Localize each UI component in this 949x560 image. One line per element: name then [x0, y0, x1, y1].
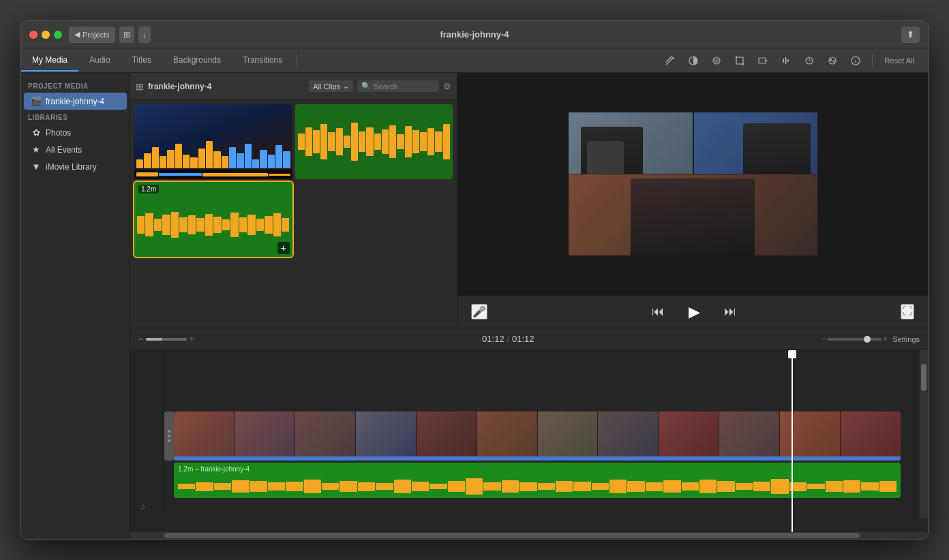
color-balance-icon[interactable] [684, 51, 703, 70]
color-correction-icon[interactable] [707, 51, 726, 70]
microphone-button[interactable]: 🎤 [471, 304, 487, 320]
timeline-right-controls: − + Settings [822, 335, 920, 343]
media-clip-2[interactable] [295, 104, 453, 179]
svg-point-17 [832, 60, 834, 62]
skip-forward-button[interactable]: ⏭ [720, 302, 740, 322]
clip-filter-icon[interactable] [823, 51, 842, 70]
scroll-thumb[interactable] [921, 364, 927, 391]
svg-marker-10 [766, 59, 768, 62]
magic-wand-icon[interactable] [661, 51, 680, 70]
grid-view-button[interactable]: ⊞ [119, 27, 134, 43]
timeline-scrollbar-thumb[interactable] [164, 533, 860, 538]
media-browser-title: frankie-johnny-4 [148, 82, 211, 91]
timeline-area: − + 01:12 / 01:12 − [130, 328, 928, 539]
traffic-lights [29, 31, 62, 39]
share-button[interactable]: ⬆ [901, 27, 920, 43]
toolbar-divider [872, 54, 873, 67]
down-button[interactable]: ↓ [138, 27, 151, 43]
grid-icon: ⊞ [123, 30, 130, 40]
svg-point-5 [714, 59, 719, 63]
svg-point-15 [829, 57, 836, 64]
maximize-button[interactable] [54, 31, 62, 39]
timeline-scroll-area[interactable]: ♪ [130, 350, 928, 532]
main-content: PROJECT MEDIA 🎬 frankie-johnny-4 LIBRARI… [21, 73, 928, 539]
media-browser: ⊞ frankie-johnny-4 All Clips ⌄ 🔍 ⚙ [130, 73, 457, 328]
sidebar: PROJECT MEDIA 🎬 frankie-johnny-4 LIBRARI… [21, 73, 130, 539]
timeline-scrollbar[interactable] [130, 532, 928, 539]
sidebar-item-project[interactable]: 🎬 frankie-johnny-4 [24, 93, 127, 110]
svg-rect-11 [783, 59, 784, 63]
sidebar-item-all-events[interactable]: ★ All Events [24, 141, 127, 158]
timeline-settings-button[interactable]: Settings [892, 335, 920, 343]
sidebar-item-imovie-library[interactable]: ▼ iMovie Library [24, 158, 127, 175]
timecode-display: 01:12 / 01:12 [482, 334, 534, 344]
title-bar-left: ◀ Projects ⊞ ↓ [69, 27, 151, 43]
playhead[interactable] [792, 350, 793, 532]
speed-icon[interactable] [800, 51, 819, 70]
sidebar-item-photos[interactable]: ✿ Photos [24, 124, 127, 141]
project-media-label: PROJECT MEDIA [21, 78, 130, 93]
play-button[interactable]: ▶ [682, 300, 706, 324]
media-grid: 1.2m [130, 100, 457, 261]
fullscreen-button[interactable] [901, 304, 914, 320]
media-header: ⊞ frankie-johnny-4 All Clips ⌄ 🔍 ⚙ [130, 73, 457, 100]
reset-all-button[interactable]: Reset All [879, 54, 920, 67]
vertical-scrollbar[interactable] [920, 350, 928, 518]
svg-line-1 [666, 57, 672, 62]
add-clip-button[interactable]: + [277, 242, 290, 254]
tab-titles[interactable]: Titles [121, 50, 162, 72]
svg-rect-12 [785, 57, 786, 64]
star-icon: ★ [31, 144, 42, 155]
top-section: ⊞ frankie-johnny-4 All Clips ⌄ 🔍 ⚙ [130, 73, 928, 328]
settings-gear-icon[interactable]: ⚙ [443, 81, 451, 91]
total-timecode: 01:12 [512, 334, 534, 344]
timeline-zoom: − + [138, 335, 194, 344]
timeline-scale: − + [822, 335, 888, 343]
svg-text:i: i [855, 58, 856, 65]
tab-audio[interactable]: Audio [78, 50, 121, 72]
audio-track-label: 1.2m – frankie-johnny-4 [178, 465, 250, 473]
search-input[interactable] [374, 82, 435, 91]
down-arrow-icon: ↓ [142, 30, 147, 40]
tab-my-media[interactable]: My Media [21, 50, 78, 72]
svg-point-16 [830, 59, 832, 61]
zoom-slider[interactable] [146, 338, 187, 341]
timeline-header: − + 01:12 / 01:12 − [130, 328, 928, 350]
share-icon: ⬆ [907, 29, 914, 40]
skip-back-button[interactable]: ⏮ [648, 302, 668, 322]
video-cell-center [569, 174, 817, 255]
video-mosaic [569, 112, 817, 255]
toolbar-separator [296, 54, 297, 67]
app-window: ◀ Projects ⊞ ↓ frankie-johnny-4 ⬆ My Med… [20, 20, 929, 540]
film-icon: 🎬 [31, 96, 42, 106]
timeline-scale-slider[interactable] [827, 338, 882, 341]
close-button[interactable] [29, 31, 37, 39]
toolbar-right: i Reset All [661, 51, 928, 70]
track-handle[interactable] [164, 411, 174, 461]
audio-icon[interactable] [777, 51, 796, 70]
clips-dropdown[interactable]: All Clips ⌄ [309, 80, 353, 92]
media-clip-3[interactable]: 1.2m [134, 182, 292, 257]
tab-transitions[interactable]: Transitions [232, 50, 293, 72]
playhead-head [788, 350, 796, 358]
chevron-down-icon: ⌄ [343, 82, 349, 91]
media-clip-1[interactable] [134, 104, 292, 179]
title-bar: ◀ Projects ⊞ ↓ frankie-johnny-4 ⬆ [21, 21, 928, 48]
title-bar-right: ⬆ [901, 27, 920, 43]
crop-icon[interactable] [730, 51, 749, 70]
timeline-left-gutter: ♪ [130, 350, 164, 518]
media-grid-toggle-button[interactable]: ⊞ [136, 81, 144, 92]
projects-button[interactable]: ◀ Projects [69, 27, 115, 43]
current-timecode: 01:12 [482, 334, 504, 344]
camera-stabilize-icon[interactable] [753, 51, 772, 70]
tab-backgrounds[interactable]: Backgrounds [162, 50, 232, 72]
preview-area: 🎤 ⏮ ▶ ⏭ [457, 73, 928, 328]
minimize-button[interactable] [42, 31, 50, 39]
zoom-minus-icon[interactable]: − [138, 335, 143, 344]
tab-bar: My Media Audio Titles Backgrounds Transi… [21, 48, 293, 73]
zoom-plus-icon[interactable]: + [190, 335, 194, 344]
svg-rect-9 [759, 58, 766, 63]
photos-icon: ✿ [31, 127, 42, 138]
info-icon[interactable]: i [846, 51, 865, 70]
preview-video-container [457, 73, 928, 295]
